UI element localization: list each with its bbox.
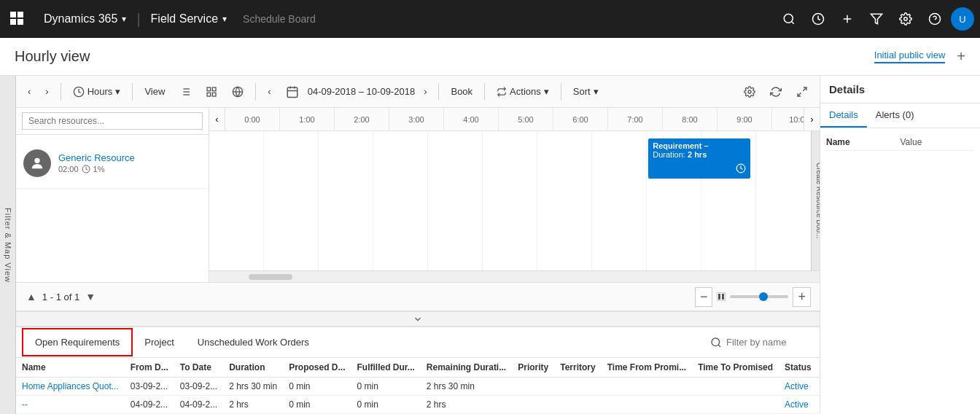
- chevron-down-icon: [413, 314, 423, 324]
- initial-public-view-selector[interactable]: Initial public view: [874, 50, 946, 63]
- expand-timeline-button[interactable]: ‹: [209, 108, 225, 131]
- bottom-search-icon[interactable]: [710, 337, 722, 348]
- zoom-slider[interactable]: [730, 295, 788, 298]
- row1-territory: [554, 396, 601, 414]
- tab-open-requirements[interactable]: Open Requirements: [22, 328, 133, 356]
- cell-5: [483, 131, 537, 270]
- col-status[interactable]: Status: [779, 358, 817, 378]
- col-to-date[interactable]: To Date: [174, 358, 223, 378]
- grid-view-button[interactable]: [200, 83, 223, 101]
- pagination-expand-button[interactable]: ▼: [84, 289, 97, 304]
- col-duration[interactable]: Duration: [223, 358, 283, 378]
- refresh-toolbar-button[interactable]: [764, 83, 788, 101]
- sort-label: Sort: [573, 86, 591, 97]
- actions-label: Actions: [510, 86, 541, 97]
- book-button[interactable]: Book: [445, 83, 478, 100]
- col-name[interactable]: Name: [16, 358, 125, 378]
- timeline-area: ‹ 0:00 1:00 2:00 3:00 4:00 5:00 6:00 7:0…: [209, 108, 820, 282]
- svg-rect-26: [287, 87, 298, 98]
- row1-to-date: 04-09-2...: [174, 396, 223, 414]
- details-tab[interactable]: Details: [820, 104, 867, 128]
- row0-status-link[interactable]: Active: [785, 381, 809, 391]
- row1-status-link[interactable]: Active: [785, 399, 809, 410]
- col-remaining-dur[interactable]: Remaining Durati...: [421, 358, 512, 378]
- timeline-body: Requirement – Duration: 2 hrs Create Res…: [209, 131, 820, 270]
- zoom-in-button[interactable]: +: [793, 287, 811, 307]
- time-slot-9: 9:00: [718, 108, 772, 131]
- toolbar-right-icons: [738, 83, 814, 101]
- add-view-button[interactable]: +: [957, 48, 965, 65]
- filter-map-view-strip[interactable]: Filter & Map View: [0, 76, 16, 414]
- details-panel-tabs: Details Alerts (0): [820, 104, 980, 128]
- tab-project[interactable]: Project: [133, 329, 185, 355]
- col-time-from[interactable]: Time From Promi...: [602, 358, 692, 378]
- svg-rect-2: [10, 19, 16, 25]
- settings-nav-button[interactable]: [892, 6, 919, 32]
- horizontal-scrollbar[interactable]: [209, 270, 820, 282]
- col-time-to[interactable]: Time To Promised: [692, 358, 779, 378]
- svg-rect-1: [18, 12, 23, 17]
- tab-open-req-label: Open Requirements: [35, 337, 120, 348]
- pagination-collapse-button[interactable]: ▲: [25, 289, 38, 304]
- row0-time-to: [692, 378, 779, 396]
- schedule-toolbar: ‹ › Hours ▾ View: [16, 76, 820, 108]
- collapse-right-button[interactable]: ›: [804, 108, 820, 131]
- bottom-expand-button[interactable]: [16, 311, 820, 326]
- svg-point-4: [784, 14, 793, 23]
- timeline-header: ‹ 0:00 1:00 2:00 3:00 4:00 5:00 6:00 7:0…: [209, 108, 820, 131]
- expand-right-button[interactable]: ›: [39, 83, 54, 100]
- zoom-slider-thumb[interactable]: [759, 292, 768, 301]
- cell-1: [264, 131, 319, 270]
- add-nav-button[interactable]: [834, 6, 860, 32]
- apps-grid-icon[interactable]: [6, 7, 29, 31]
- expand-left-button[interactable]: ‹: [22, 83, 36, 100]
- actions-button[interactable]: Actions ▾: [491, 83, 555, 100]
- booking-clock-icon: [736, 163, 746, 176]
- history-nav-button[interactable]: [805, 6, 831, 32]
- row1-time-from: [602, 396, 692, 414]
- fullscreen-button[interactable]: [790, 83, 814, 101]
- row0-name-link[interactable]: Home Appliances Quot...: [22, 381, 119, 391]
- sub-header: Hourly view Initial public view +: [0, 38, 980, 76]
- row1-name-link[interactable]: --: [22, 399, 28, 410]
- expand-left-icon: ‹: [28, 86, 31, 97]
- map-view-button[interactable]: [226, 83, 249, 101]
- search-nav-button[interactable]: [776, 6, 802, 32]
- sep5: [484, 83, 485, 101]
- col-priority[interactable]: Priority: [512, 358, 554, 378]
- table-row-0: Home Appliances Quot... 03-09-2... 03-09…: [16, 378, 820, 396]
- user-avatar[interactable]: U: [951, 7, 974, 31]
- tab-unscheduled-work-orders[interactable]: Unscheduled Work Orders: [186, 329, 321, 355]
- zoom-pause-button[interactable]: [717, 292, 726, 301]
- view-button[interactable]: View: [139, 83, 171, 100]
- col-fulfilled-dur[interactable]: Fulfilled Dur...: [351, 358, 421, 378]
- tab-project-label: Project: [144, 337, 174, 348]
- list-view-button[interactable]: [174, 83, 197, 101]
- zoom-out-button[interactable]: −: [695, 287, 713, 307]
- hours-button[interactable]: Hours ▾: [67, 83, 127, 101]
- bottom-search-input[interactable]: [726, 337, 814, 348]
- alerts-tab[interactable]: Alerts (0): [867, 104, 923, 128]
- settings-toolbar-button[interactable]: [738, 83, 761, 101]
- prev-button[interactable]: ‹: [262, 83, 276, 100]
- resource-search-input[interactable]: [22, 112, 203, 130]
- settings-toolbar-icon: [744, 86, 755, 98]
- calendar-button[interactable]: [280, 82, 305, 101]
- col-proposed-d[interactable]: Proposed D...: [283, 358, 351, 378]
- scrollbar-thumb[interactable]: [249, 274, 292, 280]
- col-territory[interactable]: Territory: [554, 358, 601, 378]
- details-table: Name Value: [820, 128, 980, 157]
- dynamics-nav-item[interactable]: Dynamics 365 ▾: [35, 12, 135, 26]
- filter-nav-button[interactable]: [863, 6, 890, 32]
- resource-name[interactable]: Generic Resource: [58, 152, 201, 163]
- booking-block[interactable]: Requirement – Duration: 2 hrs: [648, 138, 750, 179]
- fieldservice-nav-item[interactable]: Field Service ▾: [142, 12, 236, 26]
- col-from-d[interactable]: From D...: [125, 358, 174, 378]
- sort-button[interactable]: Sort ▾: [567, 83, 604, 100]
- help-nav-button[interactable]: [922, 6, 948, 32]
- resource-time: 02:00: [58, 165, 79, 173]
- person-icon: [29, 155, 45, 171]
- create-resource-side-button[interactable]: Create Resource Boo...: [811, 131, 820, 270]
- next-button[interactable]: ›: [418, 83, 432, 100]
- top-navigation: Dynamics 365 ▾ | Field Service ▾ Schedul…: [0, 0, 980, 38]
